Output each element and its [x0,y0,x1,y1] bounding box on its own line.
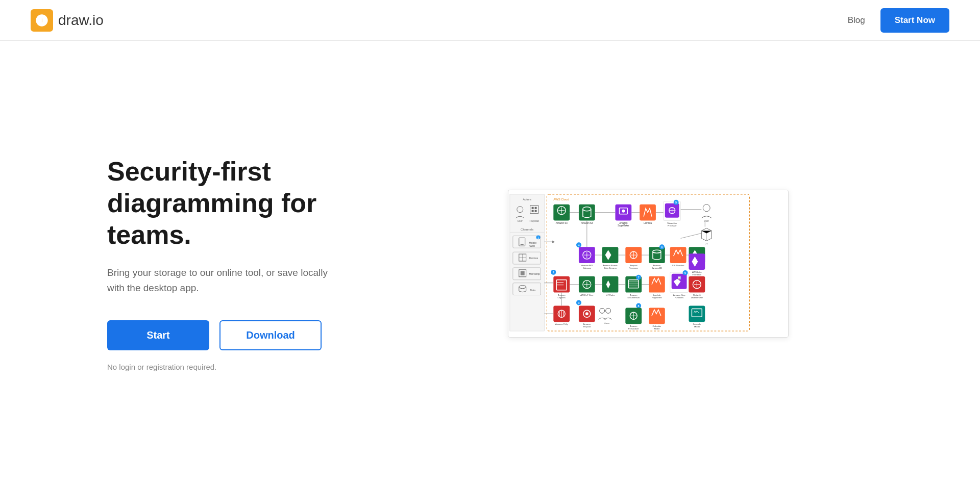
svg-text:Formation: Formation [692,273,701,275]
hero-buttons: Start Download [107,320,347,350]
svg-text:📊: 📊 [678,276,681,279]
svg-rect-8 [532,207,534,209]
svg-text:Processor: Processor [629,266,639,269]
svg-text:2: 2 [553,271,554,274]
hero-title: Security-first diagramming for teams. [107,156,347,251]
svg-text:Pinpoint: Pinpoint [583,325,591,328]
drawio-logo-svg [35,13,49,28]
svg-text:Processor: Processor [668,224,677,226]
svg-text:Amazon Polly: Amazon Polly [555,323,568,325]
svg-text:4: 4 [578,243,579,246]
logo[interactable]: draw.io [31,9,104,32]
svg-text:8: 8 [638,304,640,307]
svg-rect-11 [535,210,537,212]
svg-text:User: User [518,219,523,222]
svg-point-42 [622,209,625,212]
svg-text:/Web: /Web [529,245,535,247]
svg-text:DocumentDB: DocumentDB [627,296,640,298]
svg-text:??: ?? [705,243,708,245]
svg-text:Channels: Channels [521,228,533,231]
svg-text:Dataset Gate: Dataset Gate [691,296,703,298]
svg-rect-98 [649,276,665,292]
svg-text:Amazon S3: Amazon S3 [556,221,568,224]
svg-rect-3 [510,194,545,330]
svg-rect-10 [532,210,534,212]
svg-text:Actors: Actors [523,197,531,200]
svg-text:Registered: Registered [652,296,662,298]
logo-icon [31,9,53,32]
svg-text:Users: Users [604,322,609,324]
svg-text:SageMaker: SageMaker [618,224,629,226]
svg-point-122 [585,312,589,315]
hero-content: Security-first diagramming for teams. Br… [31,156,388,372]
svg-rect-9 [535,207,537,209]
svg-text:IoT Rules: IoT Rules [606,293,615,296]
svg-text:Mobile: Mobile [529,242,537,244]
svg-text:Functions: Functions [675,296,683,298]
svg-rect-17 [521,244,524,245]
svg-text:Data: Data [530,289,536,291]
hero-diagram: Actors User Payload Channels [388,169,949,358]
svg-text:Payload: Payload [530,219,539,222]
svg-text:3: 3 [578,301,579,304]
svg-text:SSL Function: SSL Function [672,264,684,266]
svg-text:AWS IoT Core: AWS IoT Core [580,293,594,296]
svg-text:Devices: Devices [529,257,538,260]
logo-text: draw.io [58,12,104,29]
svg-text:6: 6 [661,245,663,248]
nav-right: Blog Start Now [848,8,949,33]
svg-text:1: 1 [537,236,539,239]
svg-text:7: 7 [638,276,640,279]
svg-text:Data Streams: Data Streams [604,266,616,269]
blog-link[interactable]: Blog [848,15,865,25]
svg-text:Gateway: Gateway [583,266,591,269]
svg-text:Lambda: Lambda [644,221,652,224]
svg-rect-76 [670,247,687,263]
svg-text:Microchip: Microchip [529,272,540,275]
download-button[interactable]: Download [219,320,322,350]
svg-text:Model: Model [654,327,659,330]
svg-text:9: 9 [684,271,686,274]
start-now-button[interactable]: Start Now [880,8,949,33]
diagram-container: Actors User Payload Channels [508,190,789,338]
svg-text:5: 5 [675,201,677,204]
svg-rect-134 [649,308,665,324]
svg-rect-137 [689,305,705,322]
svg-text:DynamoDB: DynamoDB [652,266,663,269]
main-section: Security-first diagramming for teams. Br… [0,41,980,486]
diagram-svg: Actors User Payload Channels [508,190,788,337]
svg-text:AWS Cloud: AWS Cloud [553,197,569,200]
no-login-text: No login or registration required. [107,363,347,371]
navbar: draw.io Blog Start Now [0,0,980,41]
svg-text:Personalize: Personalize [628,327,640,330]
hero-subtitle: Bring your storage to our online tool, o… [107,265,347,296]
start-button[interactable]: Start [107,320,209,350]
svg-rect-27 [521,271,525,275]
svg-text:Model: Model [694,325,700,328]
